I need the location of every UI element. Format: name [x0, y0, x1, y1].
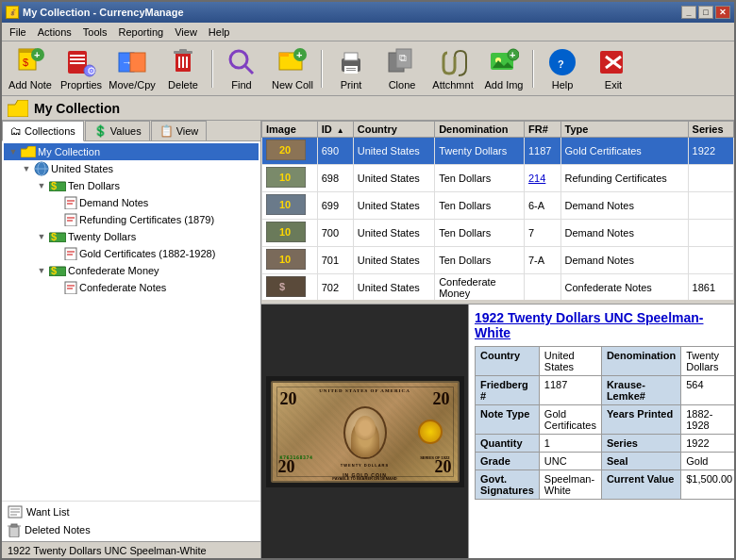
- main-area: 🗂 Collections 💲 Values 📋 View ▼: [2, 121, 734, 558]
- help-button[interactable]: ? Help: [538, 44, 587, 93]
- move-copy-button[interactable]: → Move/Cpy: [108, 44, 157, 93]
- table-row[interactable]: 10 700 United States Ten Dollars 7 Deman…: [262, 220, 734, 247]
- cell-type-701: Demand Notes: [560, 247, 688, 274]
- label-signatures: Govt. Signatures: [476, 470, 540, 500]
- svg-marker-44: [21, 146, 36, 157]
- svg-text:+: +: [510, 49, 515, 60]
- tree-item-ten-dollars[interactable]: ▼ $ Ten Dollars: [4, 177, 259, 194]
- menu-view[interactable]: View: [169, 25, 203, 40]
- tab-collections[interactable]: 🗂 Collections: [2, 121, 84, 141]
- help-label: Help: [552, 79, 574, 91]
- menu-tools[interactable]: Tools: [77, 25, 113, 40]
- new-coll-icon: +: [277, 47, 308, 77]
- clone-button[interactable]: ⧉ Clone: [377, 44, 427, 93]
- table-row[interactable]: 10 699 United States Ten Dollars 6-A Dem…: [262, 192, 734, 220]
- cell-series-702: 1861: [688, 274, 733, 301]
- tree-item-united-states[interactable]: ▼ United States: [4, 160, 259, 177]
- value-seal: Gold: [681, 453, 734, 470]
- table-row[interactable]: 10 701 United States Ten Dollars 7-A Dem…: [262, 247, 734, 274]
- table-row[interactable]: $ 702 United States ConfederateMoney Con…: [262, 274, 734, 301]
- expand-confederate-money[interactable]: ▼: [34, 263, 49, 278]
- properties-button[interactable]: ⚙ Proprties: [57, 44, 106, 93]
- thumb-699: 10: [266, 194, 306, 215]
- tree-item-gold-certs[interactable]: ▷ Gold Certificates (1882-1928): [4, 245, 259, 262]
- menu-reporting[interactable]: Reporting: [113, 25, 170, 40]
- main-window: 💰 My Collection - CurrencyManage _ □ ✕ F…: [0, 0, 736, 560]
- cell-id-701: 701: [317, 247, 353, 274]
- svg-rect-83: [266, 276, 306, 297]
- minimize-button[interactable]: _: [681, 6, 696, 19]
- value-series: 1922: [681, 435, 734, 453]
- want-list-link[interactable]: Want List: [4, 503, 259, 520]
- cell-type-702: Confederate Notes: [560, 274, 688, 301]
- col-fr[interactable]: FR#: [524, 122, 560, 138]
- no-expand-demand: ▷: [49, 195, 64, 210]
- cell-id-698: 698: [317, 165, 353, 192]
- tree-item-refunding-certs[interactable]: ▷ Refunding Certificates (1879): [4, 211, 259, 228]
- delete-button[interactable]: Delete: [159, 44, 208, 93]
- menu-actions[interactable]: Actions: [32, 25, 77, 40]
- app-icon: 💰: [6, 6, 19, 19]
- expand-united-states[interactable]: ▼: [19, 161, 34, 176]
- svg-text:?: ?: [558, 58, 564, 70]
- tree-item-my-collection[interactable]: ▼ My Collection: [4, 143, 259, 160]
- details-area: UNITED STATES OF AMERICA 20 20: [261, 305, 734, 558]
- table-scroll[interactable]: Image ID ▲ Country Denomination FR# Type…: [261, 121, 734, 300]
- col-id[interactable]: ID ▲: [317, 122, 353, 138]
- col-country[interactable]: Country: [353, 122, 434, 138]
- new-coll-button[interactable]: + New Coll: [268, 44, 317, 93]
- tree-item-refunding-certs-label: Refunding Certificates (1879): [79, 214, 214, 225]
- expand-twenty-dollars[interactable]: ▼: [34, 229, 49, 244]
- tab-values-label: Values: [110, 125, 142, 137]
- cell-type-690: Gold Certificates: [560, 138, 688, 165]
- thumb-700: 10: [266, 222, 306, 242]
- attachment-icon: [438, 47, 468, 77]
- cell-id-702: 702: [317, 274, 353, 301]
- expand-my-collection[interactable]: ▼: [6, 144, 21, 159]
- clone-icon: ⧉: [387, 47, 417, 77]
- label-current-value: Current Value: [601, 470, 680, 500]
- deleted-notes-icon: [8, 522, 21, 537]
- tree-item-confederate-money[interactable]: ▼ $ Confederate Money: [4, 262, 259, 279]
- menu-file[interactable]: File: [4, 25, 32, 40]
- menu-help[interactable]: Help: [203, 25, 236, 40]
- find-button[interactable]: Find: [217, 44, 266, 93]
- cell-country-700: United States: [353, 220, 434, 247]
- tab-values[interactable]: 💲 Values: [85, 121, 150, 140]
- cell-denom-699: Ten Dollars: [435, 192, 525, 220]
- table-row[interactable]: 10 698 United States Ten Dollars 214 Ref…: [262, 165, 734, 192]
- table-row[interactable]: 20 690 United States Twenty Dollars 1187…: [262, 138, 734, 165]
- add-image-button[interactable]: + Add Img: [479, 44, 528, 93]
- value-years: 1882-1928: [681, 405, 734, 435]
- tab-view[interactable]: 📋 View: [151, 121, 208, 140]
- currency-table: Image ID ▲ Country Denomination FR# Type…: [261, 121, 734, 300]
- attachment-button[interactable]: Attchmnt: [428, 44, 477, 93]
- close-button[interactable]: ✕: [715, 6, 730, 19]
- info-panel: 1922 Twenty Dollars UNC Speelman-White C…: [469, 305, 734, 558]
- svg-rect-30: [346, 70, 356, 71]
- exit-button[interactable]: Exit: [589, 44, 638, 93]
- deleted-notes-link[interactable]: Deleted Notes: [4, 520, 259, 539]
- tree-item-confederate-notes[interactable]: ▷ Confederate Notes: [4, 279, 259, 296]
- thumb-701: 10: [266, 249, 306, 270]
- maximize-button[interactable]: □: [698, 6, 713, 19]
- col-image[interactable]: Image: [262, 122, 318, 138]
- cell-fr-698: 214: [524, 165, 560, 192]
- col-series[interactable]: Series: [688, 122, 733, 138]
- svg-text:$: $: [279, 281, 285, 292]
- expand-ten-dollars[interactable]: ▼: [34, 178, 49, 193]
- add-note-button[interactable]: $ + Add Note: [6, 44, 55, 93]
- clone-label: Clone: [389, 79, 416, 91]
- tree-item-demand-notes[interactable]: ▷ Demand Notes: [4, 194, 259, 211]
- left-panel: 🗂 Collections 💲 Values 📋 View ▼: [2, 121, 261, 558]
- svg-text:10: 10: [279, 199, 291, 210]
- tree-item-twenty-dollars[interactable]: ▼ $ Twenty Dollars: [4, 228, 259, 245]
- col-denomination[interactable]: Denomination: [435, 122, 525, 138]
- new-coll-label: New Coll: [272, 79, 313, 91]
- label-quantity: Quantity: [476, 435, 540, 453]
- cell-fr-701: 7-A: [524, 247, 560, 274]
- print-button[interactable]: Print: [326, 44, 376, 93]
- exit-icon: [598, 47, 628, 77]
- move-copy-icon: →: [117, 47, 147, 77]
- col-type[interactable]: Type: [560, 122, 688, 138]
